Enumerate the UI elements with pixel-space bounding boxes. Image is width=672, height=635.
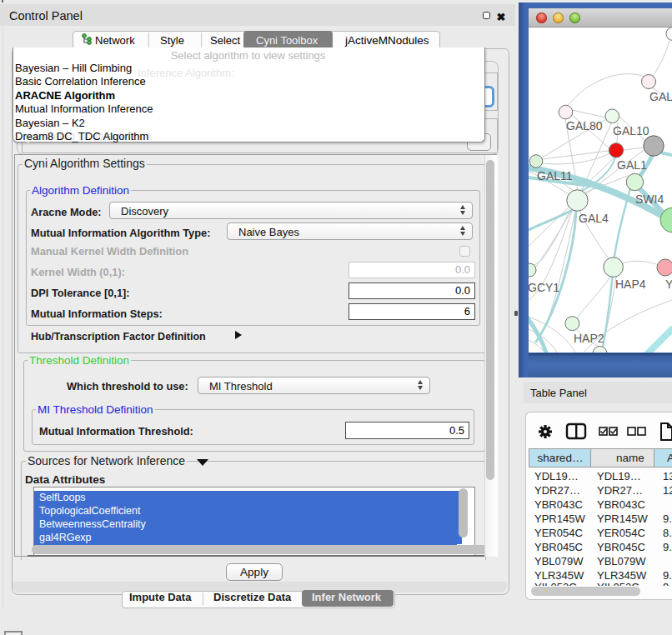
svg-text:GAL1: GAL1	[617, 158, 647, 172]
svg-text:GAL10: GAL10	[613, 124, 649, 138]
svg-text:GAL80: GAL80	[566, 119, 603, 132]
svg-text:GCY1: GCY1	[529, 281, 559, 294]
svg-text:HAP4: HAP4	[615, 278, 646, 291]
svg-text:GAL4: GAL4	[579, 212, 609, 225]
svg-text:Y: Y	[665, 278, 672, 291]
svg-text:HAP2: HAP2	[574, 332, 604, 345]
svg-text:GAL11: GAL11	[537, 169, 573, 182]
svg-text:SWI4: SWI4	[635, 192, 664, 206]
svg-text:GAL8: GAL8	[649, 90, 672, 103]
